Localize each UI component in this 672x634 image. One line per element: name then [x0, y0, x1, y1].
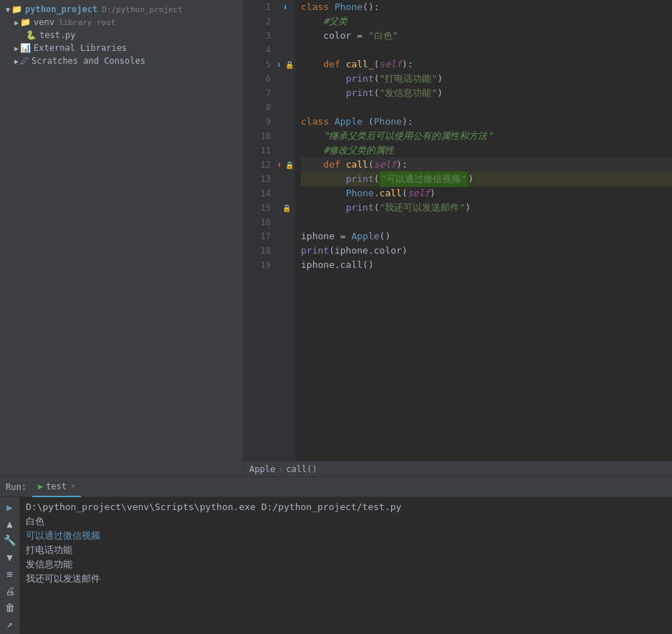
self-5: self — [380, 57, 402, 72]
arrow-icon: ▼ — [6, 6, 10, 14]
code-line-9: class Apple (Phone): — [301, 115, 672, 129]
ln-12: 12 — [244, 158, 271, 172]
sidebar-item-scratches[interactable]: ▶ 🖊 Scratches and Consoles — [0, 54, 243, 67]
i14 — [301, 186, 346, 201]
self-14: self — [408, 186, 430, 201]
code-line-19: iphone.call() — [301, 258, 672, 272]
run-wrench-btn[interactable]: 🔧 — [3, 534, 17, 547]
breadcrumb-bar: Apple › call() — [244, 461, 672, 476]
run-lines-btn[interactable]: ≡ — [3, 567, 17, 581]
i12 — [301, 158, 323, 172]
run-out-baise: 白色 — [26, 514, 666, 529]
ln-13: 13 — [244, 172, 271, 186]
editor-content[interactable]: 1 2 3 4 5 6 7 8 9 10 11 12 13 14 15 16 1… — [244, 0, 672, 461]
code-19: iphone.call() — [301, 258, 374, 272]
paren-1: (): — [363, 0, 379, 14]
kw-def-5: def — [323, 57, 345, 72]
p5: ( — [374, 57, 380, 72]
run-panel: Run: ▶ test × ▶ ▲ 🔧 ▼ ≡ 🖨 🗑 ↗ D:\python_… — [0, 476, 672, 634]
editor-area: 1 2 3 4 5 6 7 8 9 10 11 12 13 14 15 16 1… — [244, 0, 672, 476]
p14b: ) — [430, 186, 436, 201]
breadcrumb-apple[interactable]: Apple — [249, 464, 275, 474]
ln-2: 2 — [244, 14, 271, 29]
code-line-16 — [301, 215, 672, 229]
ln-5: 5 — [244, 57, 271, 72]
str-7: "发信息功能" — [380, 86, 438, 100]
sidebar-item-venv[interactable]: ▶ 📁 venv library root — [0, 16, 243, 29]
ln-1: 1 — [244, 0, 271, 14]
run-print-btn[interactable]: 🖨 — [3, 584, 17, 597]
cn-phone-14: Phone — [346, 186, 374, 201]
p12b: ): — [396, 158, 408, 172]
marker-lock-15: 🔒 — [282, 204, 291, 212]
ln-8: 8 — [244, 100, 271, 115]
dot-14: . — [374, 186, 380, 201]
p15b: ) — [465, 201, 471, 215]
code-line-8 — [301, 100, 672, 115]
p6b: ) — [437, 72, 443, 86]
i6 — [301, 72, 346, 86]
code-line-1: class Phone(): — [301, 0, 672, 14]
p12a: ( — [368, 158, 374, 172]
sidebar-item-external-libs[interactable]: ▶ 📊 External Libraries — [0, 42, 243, 54]
i15 — [301, 201, 346, 215]
run-tab-close[interactable]: × — [71, 482, 75, 490]
cn-apple-17: Apple — [351, 229, 379, 244]
run-arrow-btn[interactable]: ↗ — [3, 618, 17, 631]
comment-2: #父类 — [301, 14, 347, 29]
print-6: print — [346, 72, 374, 86]
arrow-icon-scratches: ▶ — [14, 57, 19, 65]
ln-7: 7 — [244, 86, 271, 100]
p13b: ) — [468, 172, 474, 186]
run-trash-btn[interactable]: 🗑 — [3, 600, 17, 614]
sidebar-label-python-project: python_project — [25, 4, 97, 14]
breadcrumb-call[interactable]: call() — [286, 464, 317, 474]
kw-class: class — [301, 0, 335, 14]
run-label: Run: — [0, 477, 32, 497]
str-15: "我还可以发送邮件" — [380, 201, 466, 215]
ln-10: 10 — [244, 129, 271, 143]
run-content: ▶ ▲ 🔧 ▼ ≡ 🖨 🗑 ↗ D:\python_project\venv\S… — [0, 497, 672, 634]
ln-4: 4 — [244, 43, 271, 57]
scratches-icon: 🖊 — [20, 56, 29, 66]
code-lines[interactable]: class Phone(): #父类 color = "白色" def call… — [295, 0, 672, 461]
run-out-call: 打电话功能 — [26, 543, 666, 557]
cn-phone: Phone — [335, 0, 363, 14]
external-libs-icon: 📊 — [20, 43, 31, 53]
p17: () — [380, 229, 391, 244]
sidebar-item-testpy[interactable]: 🐍 test.py — [0, 29, 243, 42]
marker-down-5: ⬇ — [277, 60, 282, 69]
sidebar-item-python-project[interactable]: ▼ 📁 python_project D:/python_project — [0, 3, 243, 16]
run-out-msg: 发信息功能 — [26, 557, 666, 572]
p7b: ) — [437, 86, 443, 100]
ln-6: 6 — [244, 72, 271, 86]
run-output[interactable]: D:\python_project\venv\Scripts\python.ex… — [20, 497, 672, 634]
run-out-mail: 我还可以发送邮件 — [26, 572, 666, 586]
code-line-13: print("可以通过微信视频") — [301, 172, 672, 186]
ln-16: 16 — [244, 215, 271, 229]
marker-down-1: ⬇ — [282, 2, 287, 12]
fn-12: call — [346, 158, 368, 172]
comment-10: "继承父类后可以使用公有的属性和方法" — [301, 129, 493, 143]
ln-9: 9 — [244, 115, 271, 129]
p9a: ( — [368, 115, 374, 129]
code-3: color = — [301, 29, 368, 43]
kw-def-12: def — [323, 158, 345, 172]
code-line-5: def call_(self): — [301, 57, 672, 72]
p7a: ( — [374, 86, 380, 100]
run-side-toolbar: ▶ ▲ 🔧 ▼ ≡ 🖨 🗑 ↗ — [0, 497, 20, 634]
folder-icon: 📁 — [11, 4, 22, 14]
run-cmd-line: D:\python_project\venv\Scripts\python.ex… — [26, 500, 666, 514]
self-12: self — [374, 158, 396, 172]
run-up-btn[interactable]: ▲ — [3, 517, 17, 530]
sidebar-label-scratches: Scratches and Consoles — [32, 56, 145, 66]
i13 — [301, 172, 346, 186]
run-down-btn[interactable]: ▼ — [3, 550, 17, 564]
code-line-18: print(iphone.color) — [301, 244, 672, 258]
cn-phone-9: Phone — [374, 115, 402, 129]
run-tab[interactable]: ▶ test × — [32, 477, 81, 497]
p6a: ( — [374, 72, 380, 86]
run-play-btn[interactable]: ▶ — [3, 500, 17, 514]
marker-lock-12: 🔒 — [285, 161, 294, 169]
p15a: ( — [374, 201, 380, 215]
